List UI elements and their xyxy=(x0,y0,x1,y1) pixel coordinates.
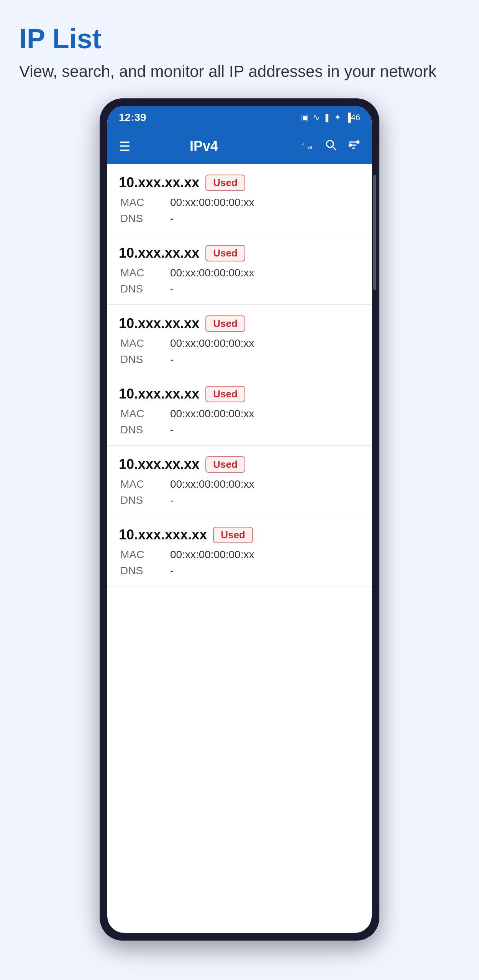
ip-item-header: 10.xxx.xx.xx Used xyxy=(119,315,360,332)
status-badge: Used xyxy=(213,527,253,543)
page-title: IP List xyxy=(19,23,460,54)
mac-value: 00:xx:00:00:00:xx xyxy=(170,478,254,490)
phone-screen: 12:39 ▣ ∿ ❚ ✦ ▐46 ☰ IPv4 ⇄ v6 xyxy=(107,106,372,933)
dns-row: DNS - xyxy=(120,283,360,295)
svg-text:v6: v6 xyxy=(307,145,312,150)
ip-details: MAC 00:xx:00:00:00:xx DNS - xyxy=(120,408,360,436)
dns-value: - xyxy=(170,353,174,366)
search-icon[interactable] xyxy=(322,136,340,157)
dns-value: - xyxy=(170,424,174,436)
ip-details: MAC 00:xx:00:00:00:xx DNS - xyxy=(120,196,360,225)
mac-row: MAC 00:xx:00:00:00:xx xyxy=(120,196,360,209)
status-bar: 12:39 ▣ ∿ ❚ ✦ ▐46 xyxy=(107,106,372,129)
status-time: 12:39 xyxy=(119,111,146,124)
ip-details: MAC 00:xx:00:00:00:xx DNS - xyxy=(120,478,360,506)
svg-point-7 xyxy=(357,141,359,143)
ip-address: 10.xxx.xx.xx xyxy=(119,315,199,332)
mac-label: MAC xyxy=(120,478,166,490)
mac-label: MAC xyxy=(120,408,166,420)
dns-value: - xyxy=(170,565,174,577)
ip-address: 10.xxx.xx.xx xyxy=(119,245,199,261)
svg-point-8 xyxy=(349,144,351,146)
dns-value: - xyxy=(170,212,174,225)
status-icons: ▣ ∿ ❚ ✦ ▐46 xyxy=(301,113,360,122)
app-bar-actions: ⇄ v6 xyxy=(298,136,363,157)
ip-list-item[interactable]: 10.xxx.xx.xx Used MAC 00:xx:00:00:00:xx … xyxy=(107,164,372,234)
ip-list-item[interactable]: 10.xxx.xx.xx Used MAC 00:xx:00:00:00:xx … xyxy=(107,446,372,516)
ip-item-header: 10.xxx.xx.xx Used xyxy=(119,175,360,191)
status-badge: Used xyxy=(205,245,245,261)
svg-text:⇄: ⇄ xyxy=(301,142,304,147)
app-bar: ☰ IPv4 ⇄ v6 xyxy=(107,129,372,164)
ip-item-header: 10.xxx.xx.xx Used xyxy=(119,386,360,402)
mac-value: 00:xx:00:00:00:xx xyxy=(170,267,254,279)
page-subtitle: View, search, and monitor all IP address… xyxy=(19,60,460,83)
mac-value: 00:xx:00:00:00:xx xyxy=(170,196,254,209)
dns-label: DNS xyxy=(120,424,166,436)
ip-item-header: 10.xxx.xxx.xx Used xyxy=(119,527,360,543)
phone-mockup: 12:39 ▣ ∿ ❚ ✦ ▐46 ☰ IPv4 ⇄ v6 xyxy=(100,98,379,941)
dns-label: DNS xyxy=(120,353,166,366)
mac-value: 00:xx:00:00:00:xx xyxy=(170,549,254,561)
dns-value: - xyxy=(170,494,174,506)
mac-row: MAC 00:xx:00:00:00:xx xyxy=(120,478,360,490)
app-bar-title: IPv4 xyxy=(117,138,290,154)
svg-line-3 xyxy=(333,147,336,150)
dns-row: DNS - xyxy=(120,424,360,436)
vibrate-icon: ❚ xyxy=(323,113,330,122)
bluetooth-icon: ✦ xyxy=(334,113,341,122)
mac-row: MAC 00:xx:00:00:00:xx xyxy=(120,267,360,279)
mac-label: MAC xyxy=(120,337,166,350)
ip-details: MAC 00:xx:00:00:00:xx DNS - xyxy=(120,337,360,366)
page-header: IP List View, search, and monitor all IP… xyxy=(15,23,464,83)
ip-item-header: 10.xxx.xx.xx Used xyxy=(119,456,360,473)
ip-details: MAC 00:xx:00:00:00:xx DNS - xyxy=(120,267,360,295)
mac-label: MAC xyxy=(120,196,166,209)
filter-icon[interactable] xyxy=(344,136,363,157)
dns-value: - xyxy=(170,283,174,295)
wifi-icon: ∿ xyxy=(313,113,320,122)
mac-label: MAC xyxy=(120,549,166,561)
dns-label: DNS xyxy=(120,212,166,225)
ip-address: 10.xxx.xx.xx xyxy=(119,175,199,191)
status-badge: Used xyxy=(205,315,245,332)
notification-icon: ▣ xyxy=(301,113,309,122)
ip-details: MAC 00:xx:00:00:00:xx DNS - xyxy=(120,549,360,577)
ip-address: 10.xxx.xxx.xx xyxy=(119,527,207,543)
mac-row: MAC 00:xx:00:00:00:xx xyxy=(120,337,360,350)
mac-value: 00:xx:00:00:00:xx xyxy=(170,337,254,350)
status-badge: Used xyxy=(205,386,245,402)
ip-list-item[interactable]: 10.xxx.xxx.xx Used MAC 00:xx:00:00:00:xx… xyxy=(107,516,372,586)
ip-list-item[interactable]: 10.xxx.xx.xx Used MAC 00:xx:00:00:00:xx … xyxy=(107,305,372,375)
dns-row: DNS - xyxy=(120,353,360,366)
dns-label: DNS xyxy=(120,283,166,295)
ip-list: 10.xxx.xx.xx Used MAC 00:xx:00:00:00:xx … xyxy=(107,164,372,586)
mac-value: 00:xx:00:00:00:xx xyxy=(170,408,254,420)
dns-row: DNS - xyxy=(120,212,360,225)
status-badge: Used xyxy=(205,175,245,191)
scrollbar[interactable] xyxy=(373,175,376,290)
ip-list-item[interactable]: 10.xxx.xx.xx Used MAC 00:xx:00:00:00:xx … xyxy=(107,234,372,305)
ip-item-header: 10.xxx.xx.xx Used xyxy=(119,245,360,261)
mac-row: MAC 00:xx:00:00:00:xx xyxy=(120,408,360,420)
ipv6-toggle-icon[interactable]: ⇄ v6 xyxy=(298,137,318,155)
battery-icon: ▐46 xyxy=(345,113,360,122)
dns-label: DNS xyxy=(120,494,166,506)
ip-address: 10.xxx.xx.xx xyxy=(119,456,199,472)
dns-row: DNS - xyxy=(120,494,360,506)
ip-address: 10.xxx.xx.xx xyxy=(119,386,199,402)
dns-row: DNS - xyxy=(120,565,360,577)
ip-list-item[interactable]: 10.xxx.xx.xx Used MAC 00:xx:00:00:00:xx … xyxy=(107,375,372,446)
mac-label: MAC xyxy=(120,267,166,279)
status-badge: Used xyxy=(205,456,245,473)
svg-point-2 xyxy=(326,140,333,147)
phone-wrapper: 12:39 ▣ ∿ ❚ ✦ ▐46 ☰ IPv4 ⇄ v6 xyxy=(15,98,464,941)
mac-row: MAC 00:xx:00:00:00:xx xyxy=(120,549,360,561)
dns-label: DNS xyxy=(120,565,166,577)
